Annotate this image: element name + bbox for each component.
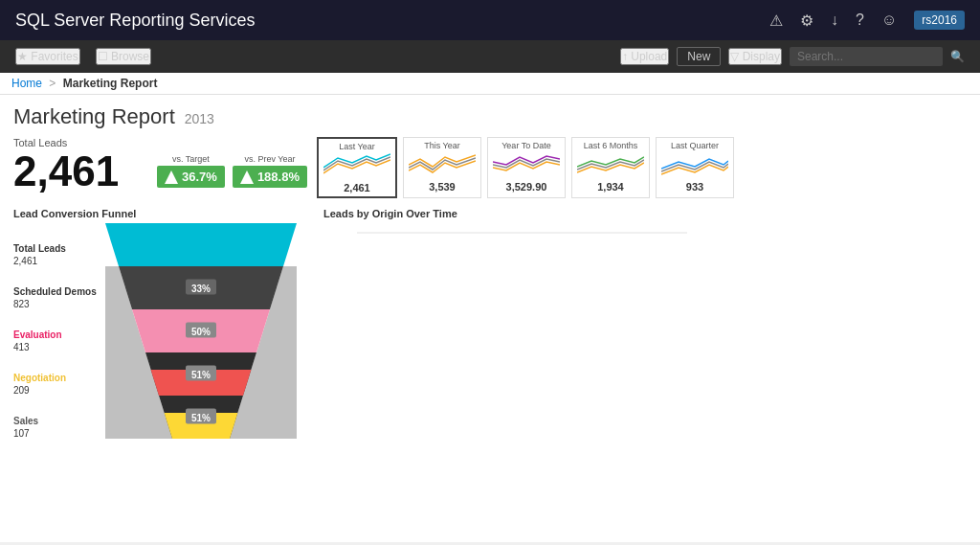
breadcrumb-separator: >: [49, 77, 56, 90]
search-input[interactable]: [790, 47, 943, 66]
sparkline-value-0: 2,461: [323, 182, 390, 193]
sparkline-value-2: 3,529.90: [493, 181, 560, 193]
kpi-row: Total Leads 2,461 vs. Target 36.7% vs. P…: [13, 137, 967, 198]
svg-text:50%: 50%: [191, 327, 211, 337]
funnel-section: Lead Conversion Funnel Total Leads2,461S…: [13, 208, 310, 448]
linechart-section: Leads by Origin Over Time: [323, 208, 967, 448]
funnel-chart: 33%50%51%51%: [105, 223, 297, 448]
warning-icon[interactable]: ⚠: [769, 11, 783, 30]
breadcrumb-home[interactable]: Home: [11, 77, 42, 90]
sparklines: Last Year2,461This Year3,539Year To Date…: [317, 137, 734, 198]
search-icon[interactable]: 🔍: [950, 50, 965, 63]
breadcrumb: Home > Marketing Report: [0, 73, 980, 95]
vs-prev-year-badge: vs. Prev Year 188.8%: [233, 154, 307, 188]
display-button[interactable]: ▽ Display: [728, 48, 782, 65]
funnel-title: Lead Conversion Funnel: [13, 208, 310, 219]
sparkline-label-1: This Year: [409, 141, 476, 150]
sparkline-label-4: Last Quarter: [661, 141, 728, 150]
funnel-label-2: Evaluation413: [13, 319, 100, 362]
up-arrow-icon: [165, 170, 178, 184]
toolbar: ★ Favorites ☐ Browse ↑ Upload New ▽ Disp…: [0, 40, 980, 73]
new-button[interactable]: New: [677, 47, 721, 66]
vs-target-badge: vs. Target 36.7%: [157, 154, 225, 188]
vs-target-label: vs. Target: [172, 154, 210, 164]
funnel-svg: 33%50%51%51%: [105, 223, 297, 439]
sparkline-card-4[interactable]: Last Quarter933: [656, 137, 734, 198]
funnel-label-4: Sales107: [13, 405, 100, 448]
total-leads-value: 2,461: [13, 150, 147, 193]
nav-icons: ⚠ ⚙ ↓ ? ☺ rs2016: [769, 11, 965, 30]
vs-target-value: 36.7%: [157, 166, 225, 188]
charts-row: Lead Conversion Funnel Total Leads2,461S…: [13, 208, 967, 448]
gear-icon[interactable]: ⚙: [800, 11, 813, 30]
sparkline-card-0[interactable]: Last Year2,461: [317, 137, 397, 198]
smile-icon[interactable]: ☺: [881, 11, 897, 29]
svg-text:51%: 51%: [191, 370, 211, 380]
favorites-button[interactable]: ★ Favorites: [15, 48, 80, 65]
funnel-content: Total Leads2,461Scheduled Demos823Evalua…: [13, 223, 310, 448]
report-year: 2013: [185, 111, 214, 126]
linechart-title: Leads by Origin Over Time: [323, 208, 967, 219]
sparkline-card-3[interactable]: Last 6 Months1,934: [571, 137, 650, 198]
up-arrow-icon-2: [240, 170, 254, 184]
funnel-labels: Total Leads2,461Scheduled Demos823Evalua…: [13, 223, 100, 448]
chart-area: [323, 223, 967, 437]
sparkline-label-3: Last 6 Months: [577, 141, 644, 150]
breadcrumb-current: Marketing Report: [63, 77, 158, 90]
user-badge: rs2016: [914, 11, 965, 30]
sparkline-value-1: 3,539: [409, 181, 476, 193]
top-navbar: SQL Server Reporting Services ⚠ ⚙ ↓ ? ☺ …: [0, 0, 980, 40]
svg-text:33%: 33%: [191, 284, 211, 294]
funnel-label-1: Scheduled Demos823: [13, 276, 100, 319]
toolbar-left: ★ Favorites ☐ Browse: [15, 48, 601, 65]
sparkline-label-0: Last Year: [323, 142, 390, 151]
svg-marker-0: [105, 223, 297, 266]
sparkline-card-2[interactable]: Year To Date3,529.90: [487, 137, 566, 198]
help-icon[interactable]: ?: [856, 11, 864, 29]
svg-text:51%: 51%: [191, 413, 211, 423]
total-leads-kpi: Total Leads 2,461: [13, 137, 147, 193]
vs-prev-year-value: 188.8%: [233, 166, 307, 188]
funnel-label-3: Negotiation209: [13, 362, 100, 405]
main-content: Marketing Report 2013 Total Leads 2,461 …: [0, 95, 980, 542]
sparkline-value-3: 1,934: [577, 181, 644, 193]
app-title: SQL Server Reporting Services: [15, 11, 769, 31]
upload-button[interactable]: ↑ Upload: [620, 48, 669, 65]
sparkline-label-2: Year To Date: [493, 141, 560, 150]
funnel-label-0: Total Leads2,461: [13, 233, 100, 276]
sparkline-value-4: 933: [661, 181, 728, 193]
vs-prev-year-label: vs. Prev Year: [244, 154, 295, 164]
report-title: Marketing Report: [13, 104, 175, 129]
sparkline-card-1[interactable]: This Year3,539: [403, 137, 481, 198]
report-header: Marketing Report 2013: [13, 104, 967, 129]
kpi-badges: vs. Target 36.7% vs. Prev Year 188.8%: [157, 154, 307, 188]
line-chart-svg: [323, 223, 792, 434]
download-icon[interactable]: ↓: [831, 11, 838, 29]
toolbar-right: ↑ Upload New ▽ Display 🔍: [620, 47, 965, 66]
browse-button[interactable]: ☐ Browse: [96, 48, 151, 65]
